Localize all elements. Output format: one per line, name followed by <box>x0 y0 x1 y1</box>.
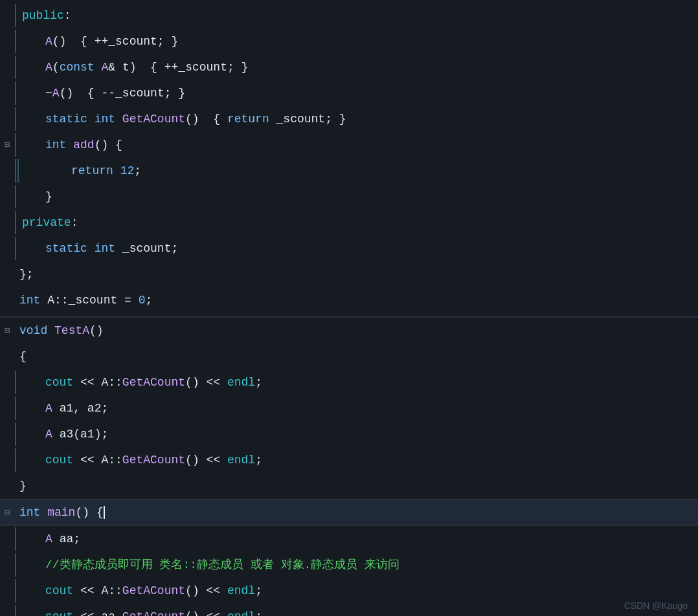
code-line: { <box>0 344 698 369</box>
code-line: ⊟ void TestA() <box>0 318 698 344</box>
code-line: return 12; <box>0 158 698 184</box>
code-line: cout << aa.GetACount() << endl; <box>0 604 698 616</box>
code-line: A a1, a2; <box>0 395 698 421</box>
code-line: A aa; <box>0 526 698 552</box>
watermark: CSDN @Kaugo <box>624 600 688 611</box>
code-line: static int GetACount() { return _scount;… <box>0 106 698 132</box>
code-line: cout << A::GetACount() << endl; <box>0 369 698 395</box>
code-line: A() { ++_scount; } <box>0 28 698 54</box>
code-line-comment: //类静态成员即可用 类名::静态成员 或者 对象.静态成员 来访问 <box>0 552 698 578</box>
code-line: cout << A::GetACount() << endl; <box>0 447 698 473</box>
code-block-top: public: A() { ++_scount; } A(const A& t)… <box>0 0 698 316</box>
code-line-main: ⊟ int main() { <box>0 499 698 526</box>
code-line: cout << A::GetACount() << endl; <box>0 578 698 604</box>
code-line: A a3(a1); <box>0 421 698 447</box>
code-line: } <box>0 473 698 499</box>
code-line: }; <box>0 261 698 287</box>
code-line: } <box>0 184 698 210</box>
middle-code-section: ⊟ void TestA() { cout << A::GetACount() … <box>0 318 698 499</box>
code-line: public: <box>0 3 698 28</box>
code-line: private: <box>0 210 698 236</box>
code-line: ~A() { --_scount; } <box>0 80 698 106</box>
bottom-code-section: ⊟ int main() { A aa; //类静态成员即可用 类名::静态成员… <box>0 499 698 616</box>
code-line: ⊟ int add() { <box>0 132 698 158</box>
code-editor: public: A() { ++_scount; } A(const A& t)… <box>0 0 698 616</box>
code-line: A(const A& t) { ++_scount; } <box>0 54 698 80</box>
code-line: int A::_scount = 0; <box>0 287 698 313</box>
code-line: static int _scount; <box>0 236 698 261</box>
top-code-section: public: A() { ++_scount; } A(const A& t)… <box>0 0 698 318</box>
code-area: public: A() { ++_scount; } A(const A& t)… <box>0 0 698 616</box>
